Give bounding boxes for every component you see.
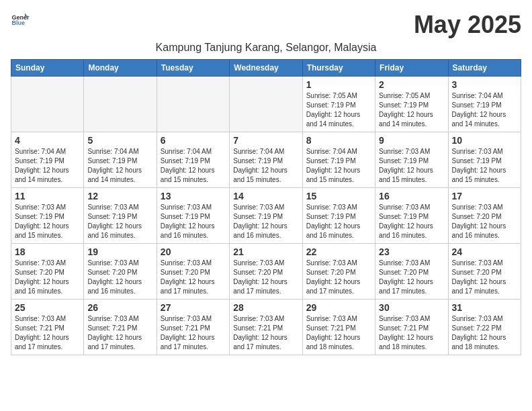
weekday-header-row: SundayMondayTuesdayWednesdayThursdayFrid…: [11, 60, 521, 77]
day-info: Sunrise: 7:03 AMSunset: 7:21 PMDaylight:…: [233, 314, 298, 352]
day-number: 15: [306, 191, 371, 201]
day-number: 4: [15, 135, 80, 146]
calendar-cell: [84, 77, 157, 132]
logo-icon: General Blue: [11, 11, 30, 30]
calendar-cell: 21Sunrise: 7:03 AMSunset: 7:20 PMDayligh…: [230, 244, 302, 300]
calendar-cell: 23Sunrise: 7:03 AMSunset: 7:20 PMDayligh…: [375, 244, 448, 300]
day-number: 6: [161, 135, 226, 146]
calendar-cell: 3Sunrise: 7:04 AMSunset: 7:19 PMDaylight…: [448, 77, 521, 132]
calendar-body: 1Sunrise: 7:05 AMSunset: 7:19 PMDaylight…: [11, 77, 521, 355]
day-number: 26: [87, 302, 152, 313]
day-info: Sunrise: 7:03 AMSunset: 7:19 PMDaylight:…: [161, 203, 226, 240]
day-info: Sunrise: 7:03 AMSunset: 7:20 PMDaylight:…: [379, 259, 444, 296]
day-number: 27: [161, 302, 226, 313]
calendar-cell: 25Sunrise: 7:03 AMSunset: 7:21 PMDayligh…: [11, 300, 84, 355]
calendar-cell: 7Sunrise: 7:04 AMSunset: 7:19 PMDaylight…: [230, 132, 302, 188]
calendar-cell: 22Sunrise: 7:03 AMSunset: 7:20 PMDayligh…: [302, 244, 375, 300]
day-number: 1: [306, 79, 371, 90]
logo: General Blue: [11, 11, 30, 30]
day-info: Sunrise: 7:03 AMSunset: 7:21 PMDaylight:…: [306, 314, 371, 352]
day-number: 8: [306, 135, 371, 146]
day-info: Sunrise: 7:05 AMSunset: 7:19 PMDaylight:…: [306, 91, 371, 129]
calendar-cell: 14Sunrise: 7:03 AMSunset: 7:19 PMDayligh…: [230, 188, 302, 244]
calendar-cell: [11, 77, 84, 132]
calendar-cell: 19Sunrise: 7:03 AMSunset: 7:20 PMDayligh…: [84, 244, 157, 300]
location-title: Kampung Tanjung Karang, Selangor, Malays…: [11, 42, 521, 54]
day-info: Sunrise: 7:03 AMSunset: 7:21 PMDaylight:…: [161, 314, 226, 352]
day-info: Sunrise: 7:04 AMSunset: 7:19 PMDaylight:…: [452, 91, 517, 129]
day-number: 31: [452, 302, 517, 313]
calendar-cell: 12Sunrise: 7:03 AMSunset: 7:19 PMDayligh…: [84, 188, 157, 244]
day-info: Sunrise: 7:03 AMSunset: 7:20 PMDaylight:…: [452, 203, 517, 240]
day-info: Sunrise: 7:03 AMSunset: 7:19 PMDaylight:…: [379, 147, 444, 185]
weekday-tuesday: Tuesday: [157, 60, 229, 77]
calendar-cell: 15Sunrise: 7:03 AMSunset: 7:19 PMDayligh…: [302, 188, 375, 244]
day-info: Sunrise: 7:04 AMSunset: 7:19 PMDaylight:…: [15, 147, 80, 185]
day-number: 22: [306, 246, 371, 257]
calendar-cell: 24Sunrise: 7:03 AMSunset: 7:20 PMDayligh…: [448, 244, 521, 300]
calendar-cell: 5Sunrise: 7:04 AMSunset: 7:19 PMDaylight…: [84, 132, 157, 188]
day-number: 11: [15, 191, 80, 201]
month-title: May 2025: [414, 11, 521, 39]
day-info: Sunrise: 7:03 AMSunset: 7:19 PMDaylight:…: [452, 147, 517, 185]
day-number: 5: [87, 135, 152, 146]
weekday-saturday: Saturday: [448, 60, 521, 77]
calendar-cell: 10Sunrise: 7:03 AMSunset: 7:19 PMDayligh…: [448, 132, 521, 188]
calendar-cell: 6Sunrise: 7:04 AMSunset: 7:19 PMDaylight…: [157, 132, 229, 188]
calendar-cell: 16Sunrise: 7:03 AMSunset: 7:19 PMDayligh…: [375, 188, 448, 244]
day-number: 14: [233, 191, 298, 201]
day-number: 25: [15, 302, 80, 313]
day-info: Sunrise: 7:03 AMSunset: 7:19 PMDaylight:…: [306, 203, 371, 240]
day-number: 18: [15, 246, 80, 257]
day-info: Sunrise: 7:03 AMSunset: 7:21 PMDaylight:…: [15, 314, 80, 352]
day-number: 16: [379, 191, 444, 201]
day-number: 29: [306, 302, 371, 313]
calendar-cell: [230, 77, 302, 132]
calendar-cell: 17Sunrise: 7:03 AMSunset: 7:20 PMDayligh…: [448, 188, 521, 244]
calendar-week-3: 11Sunrise: 7:03 AMSunset: 7:19 PMDayligh…: [11, 188, 521, 244]
day-number: 9: [379, 135, 444, 146]
svg-text:Blue: Blue: [11, 19, 25, 26]
calendar-cell: 18Sunrise: 7:03 AMSunset: 7:20 PMDayligh…: [11, 244, 84, 300]
day-info: Sunrise: 7:03 AMSunset: 7:19 PMDaylight:…: [15, 203, 80, 240]
calendar-week-5: 25Sunrise: 7:03 AMSunset: 7:21 PMDayligh…: [11, 300, 521, 355]
calendar-cell: 2Sunrise: 7:05 AMSunset: 7:19 PMDaylight…: [375, 77, 448, 132]
day-number: 2: [379, 79, 444, 90]
day-number: 3: [452, 79, 517, 90]
weekday-monday: Monday: [84, 60, 157, 77]
calendar-cell: 30Sunrise: 7:03 AMSunset: 7:21 PMDayligh…: [375, 300, 448, 355]
calendar-cell: 1Sunrise: 7:05 AMSunset: 7:19 PMDaylight…: [302, 77, 375, 132]
day-info: Sunrise: 7:03 AMSunset: 7:22 PMDaylight:…: [452, 314, 517, 352]
day-info: Sunrise: 7:03 AMSunset: 7:20 PMDaylight:…: [452, 259, 517, 296]
calendar-cell: 27Sunrise: 7:03 AMSunset: 7:21 PMDayligh…: [157, 300, 229, 355]
calendar-cell: 8Sunrise: 7:04 AMSunset: 7:19 PMDaylight…: [302, 132, 375, 188]
calendar-cell: [157, 77, 229, 132]
day-info: Sunrise: 7:03 AMSunset: 7:20 PMDaylight:…: [15, 259, 80, 296]
calendar-cell: 11Sunrise: 7:03 AMSunset: 7:19 PMDayligh…: [11, 188, 84, 244]
calendar-cell: 13Sunrise: 7:03 AMSunset: 7:19 PMDayligh…: [157, 188, 229, 244]
calendar-table: SundayMondayTuesdayWednesdayThursdayFrid…: [11, 59, 521, 355]
day-info: Sunrise: 7:03 AMSunset: 7:21 PMDaylight:…: [87, 314, 152, 352]
calendar-cell: 4Sunrise: 7:04 AMSunset: 7:19 PMDaylight…: [11, 132, 84, 188]
day-info: Sunrise: 7:04 AMSunset: 7:19 PMDaylight:…: [306, 147, 371, 185]
day-number: 13: [161, 191, 226, 201]
day-number: 10: [452, 135, 517, 146]
day-number: 28: [233, 302, 298, 313]
day-info: Sunrise: 7:03 AMSunset: 7:21 PMDaylight:…: [379, 314, 444, 352]
calendar-cell: 29Sunrise: 7:03 AMSunset: 7:21 PMDayligh…: [302, 300, 375, 355]
day-info: Sunrise: 7:03 AMSunset: 7:19 PMDaylight:…: [379, 203, 444, 240]
day-info: Sunrise: 7:04 AMSunset: 7:19 PMDaylight:…: [233, 147, 298, 185]
day-number: 17: [452, 191, 517, 201]
calendar-week-4: 18Sunrise: 7:03 AMSunset: 7:20 PMDayligh…: [11, 244, 521, 300]
day-number: 30: [379, 302, 444, 313]
calendar-cell: 31Sunrise: 7:03 AMSunset: 7:22 PMDayligh…: [448, 300, 521, 355]
day-info: Sunrise: 7:03 AMSunset: 7:19 PMDaylight:…: [87, 203, 152, 240]
weekday-friday: Friday: [375, 60, 448, 77]
day-info: Sunrise: 7:03 AMSunset: 7:20 PMDaylight:…: [87, 259, 152, 296]
day-number: 20: [161, 246, 226, 257]
day-number: 24: [452, 246, 517, 257]
page-header: General Blue May 2025: [11, 11, 521, 39]
calendar-cell: 9Sunrise: 7:03 AMSunset: 7:19 PMDaylight…: [375, 132, 448, 188]
calendar-week-2: 4Sunrise: 7:04 AMSunset: 7:19 PMDaylight…: [11, 132, 521, 188]
day-number: 7: [233, 135, 298, 146]
